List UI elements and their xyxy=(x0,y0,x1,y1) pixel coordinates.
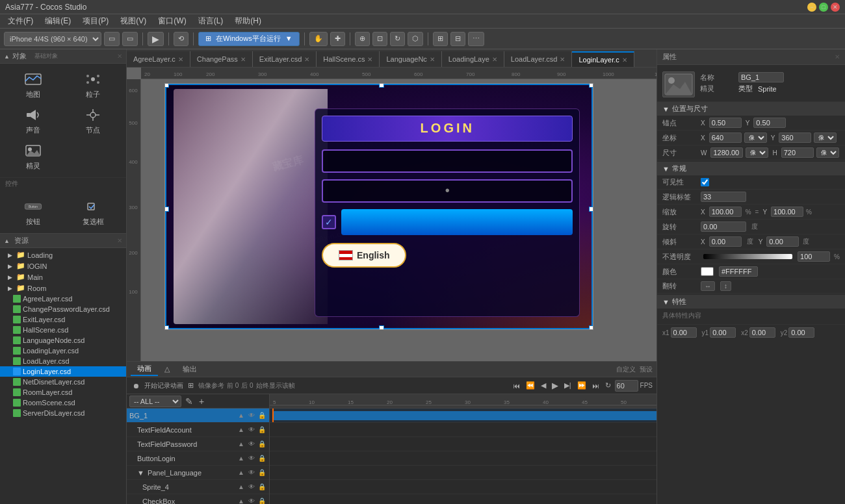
add-keyframe-btn[interactable]: ✎ xyxy=(183,396,195,407)
tree-file-exit[interactable]: ExitLayer.csd xyxy=(0,314,126,325)
account-input[interactable] xyxy=(322,149,573,173)
layer-checkbox[interactable]: CheckBox ▲ 👁 🔒 xyxy=(127,494,269,504)
tab-delta[interactable]: △ xyxy=(158,364,176,375)
tab-animation[interactable]: 动画 xyxy=(131,362,158,376)
transform-button[interactable]: ⟲ xyxy=(174,32,188,46)
layer-up-icon4[interactable]: ▲ xyxy=(237,454,246,463)
layer-eye-icon2[interactable]: 👁 xyxy=(247,425,256,435)
x2-input[interactable] xyxy=(749,327,775,338)
skew-tool[interactable]: ⬡ xyxy=(408,32,423,46)
tree-file-loadlayer[interactable]: LoadLayer.csd xyxy=(0,356,126,366)
scale-y-input[interactable] xyxy=(771,207,803,217)
menu-language[interactable]: 语言(L) xyxy=(193,14,229,28)
layer-lock-icon2[interactable]: 🔒 xyxy=(257,425,266,435)
tab-hall[interactable]: HallScene.cs ✕ xyxy=(317,51,380,67)
record-anim-btn[interactable]: ⏺ xyxy=(131,381,142,390)
size-h-input[interactable] xyxy=(781,147,814,158)
delete-keyframe-btn[interactable]: + xyxy=(197,396,206,407)
prev-frame-btn[interactable]: ⏪ xyxy=(524,381,537,390)
coord-y-input[interactable] xyxy=(779,132,811,143)
coord-x-input[interactable] xyxy=(709,132,742,143)
close-tab-lang[interactable]: ✕ xyxy=(430,56,435,63)
layer-up-icon[interactable]: ▲ xyxy=(237,411,246,420)
layer-eye-icon5[interactable]: 👁 xyxy=(247,468,256,477)
tree-item-login[interactable]: ▶ 📁 lOGIN xyxy=(0,260,126,271)
scale-x-input[interactable] xyxy=(709,207,742,217)
mirror-btn[interactable]: ⊞ xyxy=(186,381,196,390)
flip-v-btn[interactable]: ↕ xyxy=(720,281,731,291)
layer-textaccount[interactable]: TextFieldAccount ▲ 👁 🔒 xyxy=(127,423,269,437)
color-picker[interactable] xyxy=(701,267,714,276)
all-select[interactable]: -- ALL -- xyxy=(129,396,181,407)
close-tab-loginlayer[interactable]: ✕ xyxy=(622,57,627,64)
menu-view[interactable]: 视图(V) xyxy=(115,14,151,28)
menu-file[interactable]: 文件(F) xyxy=(3,14,38,28)
layer-eye-icon6[interactable]: 👁 xyxy=(247,483,256,492)
toolbar-layout-btn2[interactable]: ▭ xyxy=(122,32,138,46)
frame-row-3[interactable] xyxy=(270,437,656,451)
language-button[interactable]: English xyxy=(322,243,406,268)
anchor-y-input[interactable] xyxy=(753,118,786,128)
rotate-tool[interactable]: ↻ xyxy=(390,32,405,46)
assets-tree[interactable]: ▶ 📁 Loading ▶ 📁 lOGIN ▶ 📁 Main ▶ 📁 xyxy=(0,248,126,504)
tree-file-server[interactable]: ServerDisLayer.csd xyxy=(0,408,126,418)
color-input[interactable] xyxy=(719,266,758,277)
control-button[interactable]: Button 按钮 xyxy=(4,195,62,229)
layer-lock-icon5[interactable]: 🔒 xyxy=(257,468,266,477)
position-header[interactable]: ▼ 位置与尺寸 xyxy=(657,102,845,116)
fps-input[interactable] xyxy=(615,380,638,392)
menu-window[interactable]: 窗口(W) xyxy=(153,14,191,28)
coord-y-unit-select[interactable]: 像素 xyxy=(814,132,837,143)
close-tab-loading[interactable]: ✕ xyxy=(492,56,497,63)
minimize-button[interactable]: − xyxy=(807,3,816,12)
opacity-slider[interactable] xyxy=(703,254,792,259)
frame-row-4[interactable] xyxy=(270,451,656,466)
tab-exit[interactable]: ExitLayer.csd ✕ xyxy=(253,51,317,67)
control-checkbox[interactable]: 复选框 xyxy=(64,195,122,229)
close-tab-loadlayer[interactable]: ✕ xyxy=(560,56,565,63)
object-sprite[interactable]: 精灵 xyxy=(4,139,62,173)
close-tab-hall[interactable]: ✕ xyxy=(367,56,372,63)
layer-textpwd[interactable]: TextFieldPassword ▲ 👁 🔒 xyxy=(127,437,269,451)
layer-panellang[interactable]: ▼ Panel_Language ▲ 👁 🔒 xyxy=(127,466,269,480)
anchor-x-input[interactable] xyxy=(709,118,742,128)
tree-file-agree[interactable]: AgreeLayer.csd xyxy=(0,294,126,304)
tree-file-netdisnet[interactable]: NetDisnetLayer.csd xyxy=(0,377,126,387)
layer-eye-icon3[interactable]: 👁 xyxy=(247,440,256,449)
tab-changepwd[interactable]: ChangePass ✕ xyxy=(190,51,253,67)
anchor-tool[interactable]: ⊕ xyxy=(355,32,370,46)
tab-loadlayer[interactable]: LoadLayer.csd ✕ xyxy=(504,51,573,67)
device-selector[interactable]: iPhone 4/4S (960 × 640) xyxy=(4,32,101,46)
layer-up-icon6[interactable]: ▲ xyxy=(237,483,246,492)
tab-loginlayer[interactable]: LoginLayer.c ✕ xyxy=(572,51,634,67)
layer-lock-icon7[interactable]: 🔒 xyxy=(257,497,266,505)
tree-file-roomscene[interactable]: RoomScene.csd xyxy=(0,397,126,408)
rotation-input[interactable] xyxy=(701,221,746,232)
more-tools[interactable]: ⋯ xyxy=(468,32,484,46)
layer-lock-icon3[interactable]: 🔒 xyxy=(257,440,266,449)
frame-row-6[interactable] xyxy=(270,480,656,494)
size-unit-select[interactable]: 像素 xyxy=(746,147,768,158)
visible-checkbox[interactable] xyxy=(701,178,709,186)
layer-up-icon5[interactable]: ▲ xyxy=(237,468,246,477)
timeline-frames[interactable]: 5 10 15 20 25 30 35 40 45 50 xyxy=(270,394,656,504)
move-tool[interactable]: ✚ xyxy=(330,32,345,46)
close-tab-changepwd[interactable]: ✕ xyxy=(240,56,246,63)
logic-tag-input[interactable] xyxy=(701,192,746,202)
layer-lock-icon4[interactable]: 🔒 xyxy=(257,454,266,463)
flip-h-btn[interactable]: ↔ xyxy=(701,281,715,291)
skew-x-input[interactable] xyxy=(709,236,742,247)
close-tab-exit[interactable]: ✕ xyxy=(304,56,309,63)
tree-item-room[interactable]: ▶ 📁 Room xyxy=(0,283,126,294)
scale-tool[interactable]: ⊡ xyxy=(372,32,387,46)
menu-edit[interactable]: 编辑(E) xyxy=(40,14,76,28)
tree-file-changepwd[interactable]: ChangePasswordLayer.csd xyxy=(0,304,126,314)
tree-file-roomlayer[interactable]: RoomLayer.csd xyxy=(0,387,126,397)
menu-project[interactable]: 项目(P) xyxy=(77,14,114,28)
object-particles[interactable]: 粒子 xyxy=(64,68,122,102)
frame-row-bg1[interactable] xyxy=(270,409,656,423)
tree-item-main[interactable]: ▶ 📁 Main xyxy=(0,271,126,283)
name-input[interactable] xyxy=(738,72,784,82)
tab-output[interactable]: 输出 xyxy=(176,363,203,375)
layer-lock-icon[interactable]: 🔒 xyxy=(257,411,266,420)
